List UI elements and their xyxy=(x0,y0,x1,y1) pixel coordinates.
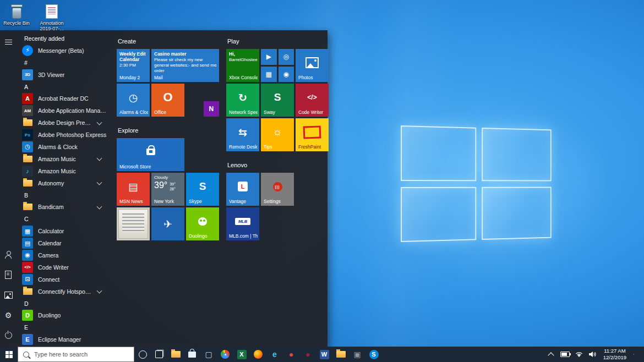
app-list-item-3d-viewer[interactable]: 3D3D Viewer xyxy=(20,69,108,81)
search-input[interactable] xyxy=(33,350,118,358)
tile-xbox-console-tile[interactable]: Hi,BarrelGhosteeXbox Console... xyxy=(226,49,259,82)
tile-office-tile[interactable]: OOffice xyxy=(151,84,184,117)
chevron-down-icon[interactable] xyxy=(97,180,102,185)
documents-button[interactable] xyxy=(3,268,14,281)
taskbar-app-file-explorer[interactable] xyxy=(167,347,184,362)
tile-mail-tile[interactable]: Casino masterPlease sir check my new gen… xyxy=(151,49,219,82)
chevron-down-icon[interactable] xyxy=(97,288,102,294)
tile-duolingo-tile[interactable]: Duolingo xyxy=(186,207,219,240)
tile-freshpaint-tile[interactable]: FreshPaint xyxy=(296,118,329,151)
hidden-icons-button[interactable] xyxy=(547,349,555,360)
firefox-icon xyxy=(254,350,263,359)
taskbar-app-skype[interactable]: S xyxy=(365,347,382,362)
tile-group-header[interactable]: Play xyxy=(227,38,329,46)
tile-msn-news-tile[interactable]: ▤MSN News xyxy=(117,173,150,206)
app-list-item-duolingo[interactable]: DDuolingo xyxy=(20,309,108,321)
tile-vantage-tile[interactable]: LVantage xyxy=(226,173,259,206)
app-list-item-connectify-hotspot[interactable]: Connectify Hotspot 2019 xyxy=(20,286,108,298)
app-list-item-amazon-music[interactable]: ♪Amazon Music xyxy=(20,165,108,177)
app-list-item-calendar[interactable]: ▤Calendar xyxy=(20,237,108,249)
expand-menu-button[interactable] xyxy=(3,36,14,48)
folder-icon xyxy=(23,180,32,187)
taskbar-app-word[interactable]: W xyxy=(316,347,332,362)
taskbar-app-media-folder[interactable] xyxy=(332,347,349,362)
app-list-item-amazon-music-folder[interactable]: Amazon Music xyxy=(20,153,108,165)
tile-remote-desktop-tile[interactable]: ⇆Remote Deskt... xyxy=(226,118,259,151)
desktop-icon-annotation-file[interactable]: Annotation 2019-07-... xyxy=(36,3,67,32)
tile-calendar-tile[interactable]: Weekly Edit Calendar2:30 PMMonday 2 xyxy=(117,49,150,82)
tile-calculator-tile[interactable]: ▦ xyxy=(261,67,277,83)
eclipse-manager-icon: E xyxy=(22,334,33,345)
tile-group-header[interactable]: Create xyxy=(118,38,219,46)
app-list-section[interactable]: C xyxy=(20,213,108,225)
taskbar-app-app-window[interactable]: ▢ xyxy=(200,347,217,362)
taskbar-app-firefox[interactable] xyxy=(250,347,266,362)
tile-lenovo-settings-tile[interactable]: |||Settings xyxy=(261,173,294,206)
tile-paint3d-tile[interactable]: ✈ xyxy=(151,207,184,240)
tile-photos-tile[interactable]: Photos xyxy=(296,49,329,82)
app-list-item-camera[interactable]: ◉Camera xyxy=(20,249,108,261)
chevron-down-icon[interactable] xyxy=(97,204,102,209)
chevron-down-icon[interactable] xyxy=(97,156,102,161)
tile-microsoft-store-tile[interactable]: Microsoft Store xyxy=(117,138,184,171)
battery-icon[interactable] xyxy=(560,352,570,357)
app-list-item-autonomy[interactable]: Autonomy xyxy=(20,177,108,189)
tile-sway-tile[interactable]: SSway xyxy=(261,84,294,117)
cortana-button[interactable] xyxy=(134,347,151,362)
app-list-item-code-writer[interactable]: </>Code Writer xyxy=(20,261,108,273)
app-list-item-adobe-design-premium[interactable]: Adobe Design Premium CS5.5 xyxy=(20,117,108,129)
app-list-section[interactable]: E xyxy=(20,321,108,333)
tile-code-writer-tile[interactable]: </>Code Writer xyxy=(296,84,329,117)
tile-mlb-tile[interactable]: MLBMLB.com | Th... xyxy=(226,207,259,240)
app-list-section[interactable]: Recently added xyxy=(20,32,108,45)
desktop-icon-recycle-bin[interactable]: Recycle Bin xyxy=(1,3,32,32)
pictures-button[interactable] xyxy=(2,289,15,301)
task-view-button[interactable] xyxy=(151,347,167,362)
excel-icon: X xyxy=(237,350,247,359)
app-list-item-messenger[interactable]: ⚡Messenger (Beta) xyxy=(20,45,108,57)
hamburger-icon xyxy=(5,38,12,46)
tile-onenote-tile[interactable]: N xyxy=(204,101,220,117)
taskbar-app-app-red[interactable]: ● xyxy=(283,347,299,362)
app-list-item-acrobat-reader-dc[interactable]: AAcrobat Reader DC xyxy=(20,92,108,105)
tile-skype-tile[interactable]: SSkype xyxy=(186,173,219,206)
app-list-section[interactable]: A xyxy=(20,81,108,93)
app-list-item-adobe-application-manager[interactable]: AMAdobe Application Manager xyxy=(20,105,108,117)
taskbar-search[interactable] xyxy=(18,347,134,362)
tile-news-thumbnail-tile[interactable] xyxy=(117,207,150,240)
show-desktop-button[interactable] xyxy=(634,354,641,355)
app-list-item-eclipse-manager[interactable]: EEclipse Manager xyxy=(20,333,108,345)
tile-films-tv-tile[interactable]: ▶ xyxy=(261,49,277,65)
app-list-item-label: Connect xyxy=(38,276,108,283)
chevron-down-icon[interactable] xyxy=(97,119,102,125)
app-list-item-adobe-photoshop-express[interactable]: PsAdobe Photoshop Express xyxy=(20,129,108,141)
tile-alarms-clock-tile[interactable]: ◷Alarms & Clock xyxy=(117,84,150,117)
tile-group-header[interactable]: Explore xyxy=(118,127,219,135)
taskbar-app-excel[interactable]: X xyxy=(233,347,250,362)
app-list-section[interactable]: D xyxy=(20,298,108,310)
tile-tips-tile[interactable]: ☼Tips xyxy=(261,118,294,151)
taskbar-clock[interactable]: 11:27 AM 12/2/2019 xyxy=(601,348,629,361)
tile-weather-tile[interactable]: Cloudy39°39°28°New York xyxy=(151,173,184,206)
app-list-section[interactable]: B xyxy=(20,189,108,201)
taskbar-app-edge[interactable]: e xyxy=(266,347,283,362)
taskbar-app-microsoft-store[interactable] xyxy=(184,347,200,362)
power-button[interactable] xyxy=(3,330,14,341)
app-list-item-alarms-clock[interactable]: ◷Alarms & Clock xyxy=(20,141,108,153)
wifi-icon[interactable] xyxy=(575,351,583,358)
app-list-item-bandicam[interactable]: Bandicam xyxy=(20,201,108,213)
taskbar-app-app-grey[interactable]: ▣ xyxy=(349,347,365,362)
app-list-section[interactable]: # xyxy=(20,57,108,69)
volume-icon[interactable] xyxy=(588,351,596,358)
tile-group-header[interactable]: Lenovo xyxy=(227,162,329,169)
taskbar-app-chrome[interactable] xyxy=(217,347,233,362)
taskbar-app-app-crimson[interactable]: ● xyxy=(299,347,316,362)
app-list-item-connect[interactable]: ⊡Connect xyxy=(20,273,108,286)
start-button[interactable] xyxy=(0,347,18,362)
tile-maps-tile[interactable]: ◎ xyxy=(279,49,294,65)
app-list-item-calculator[interactable]: ▦Calculator xyxy=(20,225,108,237)
user-button[interactable] xyxy=(3,249,14,260)
tile-camera-tile[interactable]: ◉ xyxy=(279,67,294,83)
tile-network-speed-tile[interactable]: ↻Network Spee... xyxy=(226,84,259,117)
settings-button[interactable]: ⚙ xyxy=(3,309,14,321)
